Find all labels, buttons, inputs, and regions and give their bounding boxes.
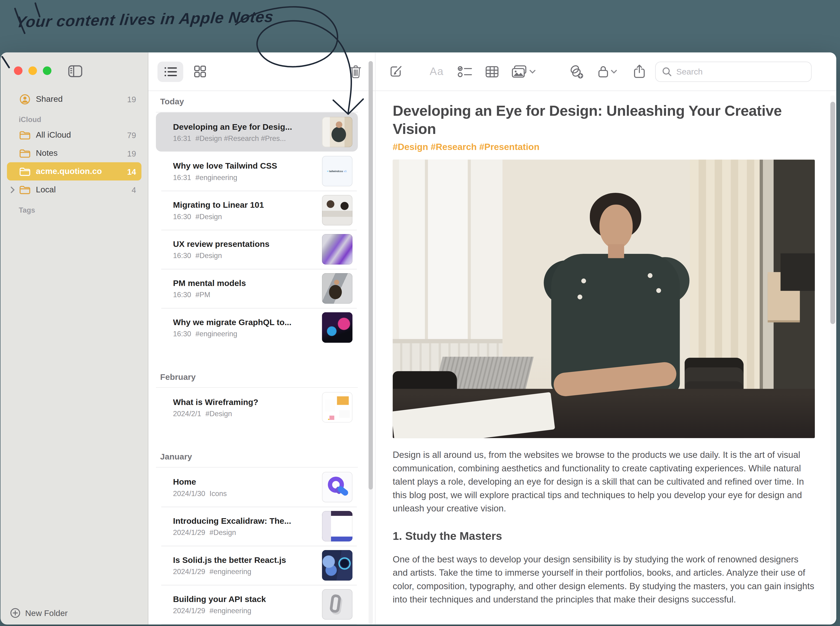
desktop: Your content lives in Apple Notes xyxy=(0,0,840,626)
editor-scrollbar-thumb[interactable] xyxy=(831,102,835,324)
sidebar-item-count: 19 xyxy=(127,149,136,158)
note-list-item[interactable]: Building your API stack 2024/1/29#engine… xyxy=(156,585,358,624)
note-item-date: 2024/2/1 xyxy=(173,409,201,417)
folder-icon xyxy=(19,149,31,158)
note-item-tags: #Design xyxy=(209,528,236,536)
sidebar-section-tags: Tags xyxy=(19,206,141,214)
tailwind-logo: ≈ tailwindcss v3. xyxy=(327,170,347,172)
sidebar-item-count: 14 xyxy=(127,167,136,176)
grid-view-button[interactable] xyxy=(187,61,213,81)
note-item-time: 16:30 xyxy=(173,291,191,299)
note-item-tags: #Design xyxy=(196,212,222,220)
note-list-item[interactable]: Is Solid.js the better React.js 2024/1/2… xyxy=(156,546,358,585)
search-icon xyxy=(663,67,672,76)
note-list-item[interactable]: What is Wireframing? 2024/2/1#Design xyxy=(156,388,358,427)
note-content[interactable]: Developing an Eye for Design: Unleashing… xyxy=(376,91,836,624)
list-toolbar xyxy=(148,52,375,91)
note-item-title: Why we love Tailwind CSS xyxy=(173,161,315,171)
media-icon[interactable] xyxy=(512,65,527,78)
notes-window: Shared 19 iCloud All iCloud 79 xyxy=(0,52,836,624)
note-item-title: Why we migrate GraphQL to... xyxy=(173,318,315,327)
note-item-title: Is Solid.js the better React.js xyxy=(173,555,315,565)
sidebar-item-label: acme.quotion.co xyxy=(36,166,127,176)
toggle-sidebar-icon[interactable] xyxy=(68,65,83,78)
close-window-button[interactable] xyxy=(14,66,23,75)
note-item-tags: #PM xyxy=(196,291,210,299)
note-item-time: 16:30 xyxy=(173,330,191,338)
note-list-item[interactable]: Why we migrate GraphQL to... 16:30#engin… xyxy=(156,308,358,347)
notes-list-pane: Today Developing an Eye for Desig... 16:… xyxy=(148,52,376,624)
chevron-down-icon[interactable] xyxy=(611,69,617,74)
chevron-down-icon[interactable] xyxy=(530,69,536,74)
chevron-right-icon[interactable] xyxy=(10,186,15,193)
note-item-tags: Icons xyxy=(209,489,227,497)
list-section-header: January xyxy=(156,446,358,468)
editor-toolbar: Aa xyxy=(376,52,836,91)
search-field[interactable] xyxy=(655,61,812,81)
note-thumbnail xyxy=(322,472,353,502)
note-list-item[interactable]: Why we love Tailwind CSS 16:31#engineeri… xyxy=(156,152,358,191)
list-section-today: Today Developing an Eye for Desig... 16:… xyxy=(156,91,358,347)
note-item-tags: #Design xyxy=(196,252,222,260)
list-section-header: February xyxy=(156,366,358,388)
list-section-february: February What is Wireframing? 2024/2/1#D… xyxy=(156,366,358,427)
note-title: Developing an Eye for Design: Unleashing… xyxy=(393,102,815,138)
note-item-tags: #engineering xyxy=(196,173,237,181)
add-link-icon[interactable] xyxy=(569,64,584,79)
share-icon[interactable] xyxy=(633,64,646,79)
note-item-title: PM mental models xyxy=(173,278,315,288)
lock-icon[interactable] xyxy=(598,65,609,78)
sidebar-item-acme-folder-selected[interactable]: acme.quotion.co 14 xyxy=(7,162,141,180)
compose-icon[interactable] xyxy=(389,65,403,78)
note-item-tags: #Design #Research #Pres... xyxy=(196,134,286,142)
note-list-item[interactable]: PM mental models 16:30#PM xyxy=(156,269,358,308)
table-icon[interactable] xyxy=(486,66,499,78)
sidebar-item-local[interactable]: Local 4 xyxy=(7,180,141,199)
note-thumbnail xyxy=(322,195,353,225)
note-item-date: 2024/1/29 xyxy=(173,606,205,614)
folder-icon xyxy=(19,130,31,139)
note-thumbnail xyxy=(322,312,353,343)
note-item-title: Introducing Excalidraw: The... xyxy=(173,516,315,526)
note-thumbnail xyxy=(322,117,353,147)
note-editor-pane: Aa xyxy=(376,52,836,624)
note-item-time: 16:31 xyxy=(173,134,191,142)
folder-icon xyxy=(19,185,31,194)
note-list-item-selected[interactable]: Developing an Eye for Desig... 16:31#Des… xyxy=(156,113,358,152)
note-item-tags: #engineering xyxy=(209,568,251,576)
sidebar-item-all-icloud[interactable]: All iCloud 79 xyxy=(7,126,141,144)
note-item-title: Migrating to Linear 101 xyxy=(173,200,315,210)
shared-person-icon xyxy=(19,93,31,105)
sidebar-item-count: 4 xyxy=(132,185,136,194)
note-list-item-partial[interactable]: Podcast: Creating a better... xyxy=(156,624,358,624)
note-list-item[interactable]: Migrating to Linear 101 16:30#Design xyxy=(156,191,358,230)
list-section-header: Today xyxy=(156,91,358,113)
window-controls xyxy=(14,66,52,75)
sidebar-item-notes[interactable]: Notes 19 xyxy=(7,144,141,162)
trash-icon[interactable] xyxy=(349,64,362,78)
note-list-item[interactable]: Home 2024/1/30Icons xyxy=(156,468,358,507)
note-thumbnail xyxy=(322,234,353,264)
checklist-icon[interactable] xyxy=(458,65,473,78)
note-item-date: 2024/1/29 xyxy=(173,528,205,536)
list-scrollbar-thumb[interactable] xyxy=(368,61,373,490)
new-folder-button[interactable]: New Folder xyxy=(10,608,68,618)
handwritten-annotation: Your content lives in Apple Notes xyxy=(15,8,274,31)
sidebar-item-label: All iCloud xyxy=(36,130,127,140)
sidebar-item-shared[interactable]: Shared 19 xyxy=(7,90,141,108)
note-thumbnail: ≈ tailwindcss v3. xyxy=(322,156,353,186)
note-thumbnail xyxy=(322,589,353,620)
sidebar: Shared 19 iCloud All iCloud 79 xyxy=(0,52,148,624)
minimize-window-button[interactable] xyxy=(28,66,37,75)
format-icon[interactable]: Aa xyxy=(429,66,444,78)
note-list-item[interactable]: UX review presentations 16:30#Design xyxy=(156,230,358,269)
note-tags[interactable]: #Design #Research #Presentation xyxy=(393,142,815,153)
search-input[interactable] xyxy=(676,67,805,76)
sidebar-item-count: 19 xyxy=(127,95,136,103)
note-list-item[interactable]: Introducing Excalidraw: The... 2024/1/29… xyxy=(156,507,358,546)
sidebar-item-count: 79 xyxy=(127,130,136,139)
zoom-window-button[interactable] xyxy=(43,66,52,75)
note-item-title: What is Wireframing? xyxy=(173,397,315,407)
sidebar-item-label: Local xyxy=(36,185,132,194)
list-view-button[interactable] xyxy=(157,61,183,81)
